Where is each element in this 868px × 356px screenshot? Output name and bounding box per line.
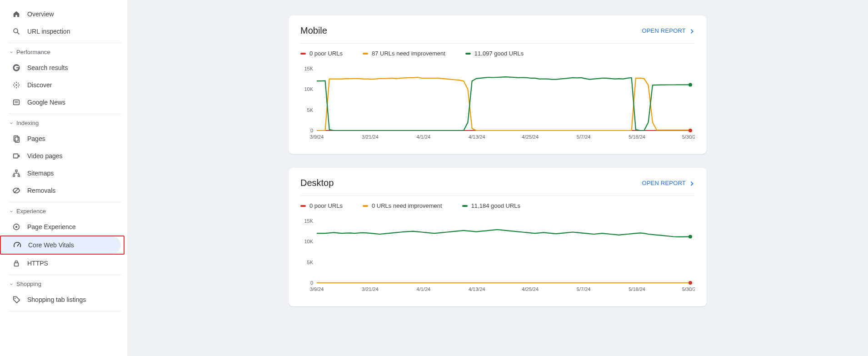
sidebar-item-label: Discover — [27, 81, 52, 89]
sidebar-group-header[interactable]: Performance — [0, 45, 127, 59]
svg-text:5/18/24: 5/18/24 — [629, 286, 645, 292]
svg-text:5/18/24: 5/18/24 — [629, 134, 645, 140]
svg-point-29 — [688, 281, 692, 285]
svg-text:3/9/24: 3/9/24 — [310, 286, 324, 292]
legend-swatch — [300, 53, 306, 55]
sidebar-item-label: Google News — [27, 99, 65, 106]
svg-text:15K: 15K — [304, 66, 313, 71]
divider — [9, 114, 121, 114]
card-desktop: Desktop OPEN REPORT 0 poor URLs 0 URLs n… — [289, 168, 707, 306]
g-icon — [12, 63, 21, 72]
open-report-button[interactable]: OPEN REPORT — [642, 27, 695, 34]
legend-item-need: 87 URLs need improvement — [363, 50, 445, 57]
svg-text:5K: 5K — [307, 260, 314, 265]
svg-text:4/25/24: 4/25/24 — [522, 134, 539, 140]
svg-text:15K: 15K — [304, 218, 313, 224]
sidebar-group-label: Experience — [16, 208, 46, 215]
legend-item-poor: 0 poor URLs — [300, 50, 343, 57]
sidebar-item-sitemaps[interactable]: Sitemaps — [0, 165, 120, 182]
svg-text:4/13/24: 4/13/24 — [469, 134, 485, 140]
svg-text:3/21/24: 3/21/24 — [362, 134, 379, 140]
chevron-right-icon — [688, 28, 695, 34]
divider — [9, 202, 121, 202]
search-icon — [12, 27, 21, 36]
divider — [9, 311, 121, 311]
legend-label: 87 URLs need improvement — [372, 50, 445, 57]
chevron-down-icon — [9, 209, 15, 214]
svg-text:3/9/24: 3/9/24 — [310, 134, 324, 140]
divider — [9, 43, 121, 43]
sidebar-item-label: Sitemaps — [27, 170, 54, 177]
card-title: Mobile — [300, 25, 327, 36]
discover-icon — [12, 80, 21, 90]
video-icon — [12, 151, 21, 160]
legend-swatch — [363, 53, 368, 55]
chart: 05K10K15K3/9/243/21/244/1/244/13/244/25/… — [300, 212, 695, 298]
legend-item-good: 11,184 good URLs — [462, 202, 520, 209]
svg-text:10K: 10K — [304, 86, 313, 92]
pages-icon — [12, 134, 21, 143]
legend-item-need: 0 URLs need improvement — [363, 202, 442, 209]
sidebar-group-header[interactable]: Shopping — [0, 277, 127, 291]
sidebar-item-video pages[interactable]: Video pages — [0, 147, 120, 165]
sidebar: Overview URL inspection Performance Sear… — [0, 0, 127, 356]
sidebar-item-label: Core Web Vitals — [28, 241, 74, 249]
legend-swatch — [465, 53, 471, 55]
svg-text:5K: 5K — [307, 107, 314, 113]
legend-swatch — [363, 205, 368, 207]
open-report-button[interactable]: OPEN REPORT — [642, 180, 695, 186]
sidebar-item-core web vitals[interactable]: Core Web Vitals — [1, 236, 121, 254]
sidebar-item-shopping tab listings[interactable]: Shopping tab listings — [0, 291, 120, 308]
sidebar-item-discover[interactable]: Discover — [0, 76, 120, 94]
sidebar-group-label: Indexing — [16, 120, 39, 126]
legend-label: 0 poor URLs — [309, 202, 343, 209]
chevron-down-icon — [9, 121, 15, 125]
chart-series-need — [317, 77, 690, 130]
sidebar-item-label: HTTPS — [27, 260, 48, 267]
legend-label: 0 poor URLs — [309, 50, 343, 57]
chart-series-good — [317, 77, 690, 130]
lock-icon — [12, 259, 21, 268]
open-report-label: OPEN REPORT — [642, 27, 686, 34]
legend: 0 poor URLs 0 URLs need improvement 11,1… — [300, 202, 695, 209]
svg-text:4/13/24: 4/13/24 — [469, 286, 485, 292]
sidebar-item-https[interactable]: HTTPS — [0, 255, 120, 272]
chart: 05K10K15K3/9/243/21/244/1/244/13/244/25/… — [300, 60, 695, 146]
news-icon — [12, 98, 21, 107]
sidebar-group-header[interactable]: Experience — [0, 204, 127, 218]
sidebar-item-pages[interactable]: Pages — [0, 130, 120, 147]
chevron-right-icon — [688, 180, 695, 186]
legend-label: 11,184 good URLs — [471, 202, 520, 209]
card-title: Desktop — [300, 178, 334, 188]
sidebar-item-label: URL inspection — [27, 28, 70, 35]
main-content: Mobile OPEN REPORT 0 poor URLs 87 URLs n… — [127, 0, 868, 356]
sidebar-item-google news[interactable]: Google News — [0, 94, 120, 111]
sidebar-item-url inspection[interactable]: URL inspection — [0, 23, 120, 40]
home-icon — [12, 10, 21, 19]
sidebar-group-header[interactable]: Indexing — [0, 116, 127, 130]
chevron-down-icon — [9, 50, 15, 55]
sidebar-item-removals[interactable]: Removals — [0, 182, 120, 199]
pageexp-icon — [12, 222, 21, 231]
card-mobile: Mobile OPEN REPORT 0 poor URLs 87 URLs n… — [289, 15, 707, 154]
sidebar-item-page experience[interactable]: Page Experience — [0, 218, 120, 236]
removal-icon — [12, 186, 21, 195]
svg-text:5/7/24: 5/7/24 — [577, 286, 591, 292]
sidebar-item-label: Video pages — [27, 152, 63, 160]
chevron-down-icon — [9, 282, 15, 286]
legend-label: 11,097 good URLs — [474, 50, 524, 57]
svg-text:5/7/24: 5/7/24 — [577, 134, 591, 140]
sidebar-item-label: Shopping tab listings — [27, 296, 86, 303]
svg-text:0: 0 — [310, 128, 313, 133]
tag-icon — [12, 295, 21, 304]
svg-point-13 — [688, 83, 692, 86]
sidebar-item-search results[interactable]: Search results — [0, 59, 120, 76]
chart-series-good — [317, 230, 690, 237]
legend: 0 poor URLs 87 URLs need improvement 11,… — [300, 50, 695, 57]
legend-swatch — [300, 205, 306, 207]
sidebar-item-label: Pages — [27, 135, 45, 142]
sidebar-item-label: Page Experience — [27, 223, 76, 231]
sidebar-group-label: Shopping — [16, 281, 41, 287]
sidebar-item-overview[interactable]: Overview — [0, 5, 120, 23]
svg-text:10K: 10K — [304, 239, 313, 244]
